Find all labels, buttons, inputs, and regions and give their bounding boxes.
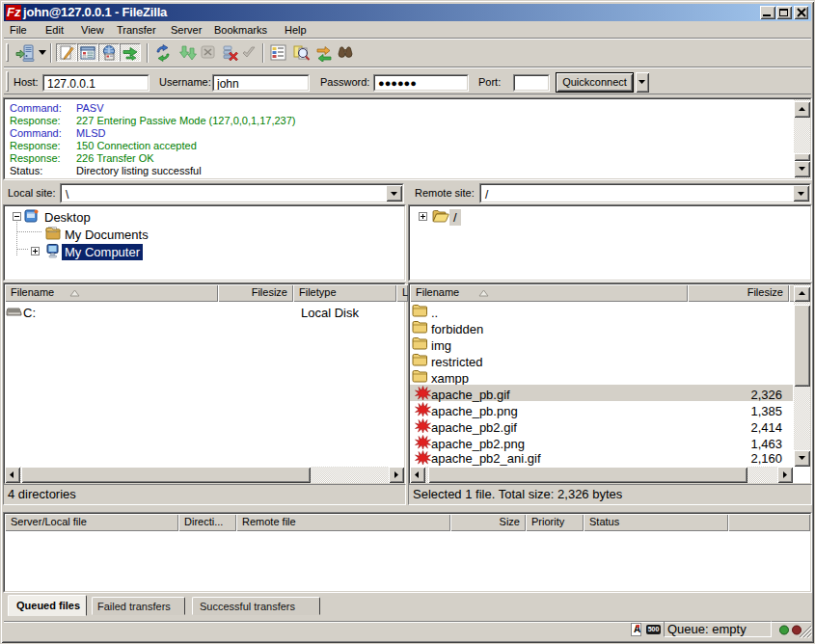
- svg-text:Fz: Fz: [7, 5, 21, 19]
